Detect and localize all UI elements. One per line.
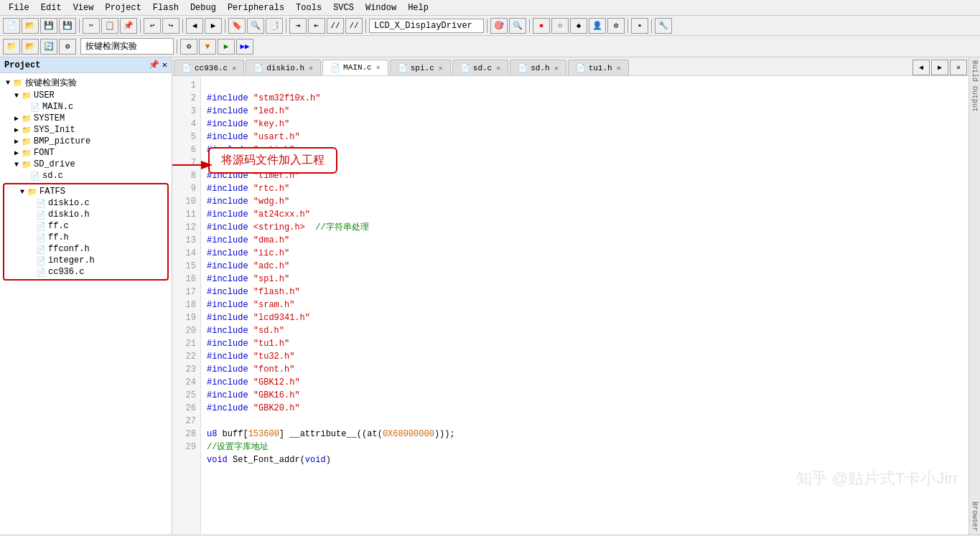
cut-btn[interactable]: ✂ bbox=[83, 18, 100, 34]
tree-cc936-c[interactable]: 📄 cc936.c bbox=[6, 266, 166, 278]
download-btn[interactable]: ▼ bbox=[199, 39, 216, 55]
tree-sddrive[interactable]: ▼ 📁 SD_drive bbox=[0, 159, 172, 170]
paste-btn[interactable]: 📌 bbox=[120, 18, 137, 34]
bookmark2-btn[interactable]: 📑 bbox=[266, 18, 283, 34]
tree-user[interactable]: ▼ 📁 USER bbox=[0, 90, 172, 101]
tab-scroll-right[interactable]: ▶ bbox=[931, 60, 948, 75]
menu-window[interactable]: Window bbox=[360, 1, 402, 14]
tab-close-main-c[interactable]: ✕ bbox=[376, 63, 381, 72]
menu-edit[interactable]: Edit bbox=[35, 1, 67, 14]
tab-sd-h[interactable]: 📄 sd.h ✕ bbox=[510, 60, 566, 75]
tree-fatfs[interactable]: ▼ 📁 FATFS bbox=[6, 186, 166, 197]
tree-sd-c[interactable]: 📄 sd.c bbox=[0, 170, 172, 182]
project-close-btn[interactable]: ✕ bbox=[162, 60, 167, 70]
tab-icon-tu1-h: 📄 bbox=[576, 63, 586, 72]
uncomment-btn[interactable]: // bbox=[345, 18, 363, 34]
code-editor[interactable]: 12345 678910 1112131415 1617181920 21222… bbox=[172, 76, 969, 535]
target-btn[interactable]: 🎯 bbox=[490, 18, 508, 34]
sep11 bbox=[177, 39, 177, 54]
sep8 bbox=[529, 19, 530, 33]
tab-diskio-h[interactable]: 📄 diskio.h ✕ bbox=[246, 60, 321, 75]
tab-icon-main-c: 📄 bbox=[330, 63, 340, 72]
open-file-btn[interactable]: 📂 bbox=[22, 18, 39, 34]
tab-spi-c[interactable]: 📄 spi.c ✕ bbox=[390, 60, 451, 75]
tb2-btn4[interactable]: ⚙ bbox=[59, 39, 76, 55]
project-tree: ▼ 📁 按键检测实验 ▼ 📁 USER 📄 MAIN.c bbox=[0, 73, 172, 535]
tab-close-diskio-h[interactable]: ✕ bbox=[309, 64, 313, 72]
tb2-btn2[interactable]: 📂 bbox=[22, 39, 39, 55]
tree-bmp[interactable]: ▶ 📁 BMP_picture bbox=[0, 136, 172, 147]
build-btn[interactable]: ▶ bbox=[218, 39, 235, 55]
tree-main-c[interactable]: 📄 MAIN.c bbox=[0, 101, 172, 113]
tab-close-cc936[interactable]: ✕ bbox=[232, 64, 236, 72]
tb2-btn1[interactable]: 📁 bbox=[3, 39, 20, 55]
tab-close-sd-h[interactable]: ✕ bbox=[554, 64, 559, 72]
tree-diskio-c[interactable]: 📄 diskio.c bbox=[6, 197, 166, 209]
menu-debug[interactable]: Debug bbox=[185, 1, 222, 14]
tree-system[interactable]: ▶ 📁 SYSTEM bbox=[0, 113, 172, 124]
wrench-btn[interactable]: 🔧 bbox=[655, 18, 672, 34]
tab-close-sd-c[interactable]: ✕ bbox=[496, 64, 500, 72]
tree-ffconf-h[interactable]: 📄 ffconf.h bbox=[6, 243, 166, 255]
project-header: Project 📌 ✕ bbox=[0, 57, 172, 73]
tb2-btn3[interactable]: 🔄 bbox=[40, 39, 57, 55]
menu-view[interactable]: View bbox=[67, 1, 100, 14]
code-content[interactable]: #include "stm32f10x.h" #include "led.h" … bbox=[201, 76, 969, 535]
project-pin-btn[interactable]: 📌 bbox=[149, 60, 159, 70]
diamond-btn[interactable]: ◆ bbox=[570, 18, 587, 34]
toolbar2: 📁 📂 🔄 ⚙ 按键检测实验 ⚙ ▼ ▶ ▶▶ bbox=[0, 36, 980, 57]
sep6 bbox=[365, 19, 366, 33]
bookmark-btn[interactable]: 🔖 bbox=[228, 18, 246, 34]
settings-btn[interactable]: ⚙ bbox=[607, 18, 625, 34]
build-output-label: Build Output bbox=[971, 57, 979, 115]
run-settings-btn[interactable]: ⚙ bbox=[180, 39, 197, 55]
tab-cc936[interactable]: 📄 cc936.c ✕ bbox=[174, 60, 244, 75]
circle-btn[interactable]: ○ bbox=[551, 18, 569, 34]
red-circle-btn[interactable]: ● bbox=[533, 18, 550, 34]
tree-diskio-h[interactable]: 📄 diskio.h bbox=[6, 209, 166, 220]
project-name-field[interactable]: 按键检测实验 bbox=[80, 38, 174, 55]
menu-flash[interactable]: Flash bbox=[147, 1, 185, 14]
save-btn[interactable]: 💾 bbox=[40, 18, 57, 34]
redo-btn[interactable]: ↪ bbox=[162, 18, 179, 34]
comment-btn[interactable]: // bbox=[327, 18, 344, 34]
menu-help[interactable]: Help bbox=[402, 1, 434, 14]
tab-close-spi-c[interactable]: ✕ bbox=[439, 64, 443, 72]
person-btn[interactable]: 👤 bbox=[589, 18, 606, 34]
tab-main-c[interactable]: 📄 MAIN.c ✕ bbox=[322, 60, 388, 75]
tab-scroll-left[interactable]: ◀ bbox=[913, 60, 930, 75]
new-file-btn[interactable]: 📄 bbox=[3, 18, 20, 34]
tab-close-tu1-h[interactable]: ✕ bbox=[617, 64, 621, 72]
sep5 bbox=[286, 19, 286, 33]
tab-tu1-h[interactable]: 📄 tu1.h ✕ bbox=[568, 60, 629, 75]
lcd-driver-dropdown[interactable]: LCD_X_DisplayDriver bbox=[369, 19, 484, 33]
tab-sd-c[interactable]: 📄 sd.c ✕ bbox=[452, 60, 508, 75]
save-all-btn[interactable]: 💾 bbox=[59, 18, 76, 34]
menu-peripherals[interactable]: Peripherals bbox=[222, 1, 290, 14]
search-btn[interactable]: 🔍 bbox=[509, 18, 526, 34]
project-title: Project bbox=[4, 60, 40, 70]
nav-fwd-btn[interactable]: ▶ bbox=[205, 18, 222, 34]
copy-btn[interactable]: 📋 bbox=[101, 18, 118, 34]
tree-sysinit[interactable]: ▶ 📁 SYS_Init bbox=[0, 124, 172, 136]
indent-btn[interactable]: ⇥ bbox=[289, 18, 307, 34]
menu-tools[interactable]: Tools bbox=[290, 1, 327, 14]
tree-root[interactable]: ▼ 📁 按键检测实验 bbox=[0, 76, 172, 90]
menu-file[interactable]: File bbox=[3, 1, 35, 14]
tree-ff-h[interactable]: 📄 ff.h bbox=[6, 232, 166, 243]
nav-back-btn[interactable]: ◀ bbox=[186, 18, 203, 34]
outdent-btn[interactable]: ⇤ bbox=[308, 18, 325, 34]
build2-btn[interactable]: ▶▶ bbox=[236, 39, 253, 55]
sep10 bbox=[651, 19, 652, 33]
sep1 bbox=[79, 19, 80, 33]
find-btn[interactable]: 🔍 bbox=[247, 18, 264, 34]
undo-btn[interactable]: ↩ bbox=[144, 18, 161, 34]
browser-label: Browser bbox=[971, 499, 979, 535]
tree-ff-c[interactable]: 📄 ff.c bbox=[6, 220, 166, 232]
tree-integer-h[interactable]: 📄 integer.h bbox=[6, 255, 166, 266]
menu-project[interactable]: Project bbox=[99, 1, 146, 14]
menu-svcs[interactable]: SVCS bbox=[327, 1, 360, 14]
box-btn[interactable]: ▪ bbox=[631, 18, 648, 34]
tree-font[interactable]: ▶ 📁 FONT bbox=[0, 147, 172, 159]
tab-close-all[interactable]: ✕ bbox=[950, 60, 967, 75]
